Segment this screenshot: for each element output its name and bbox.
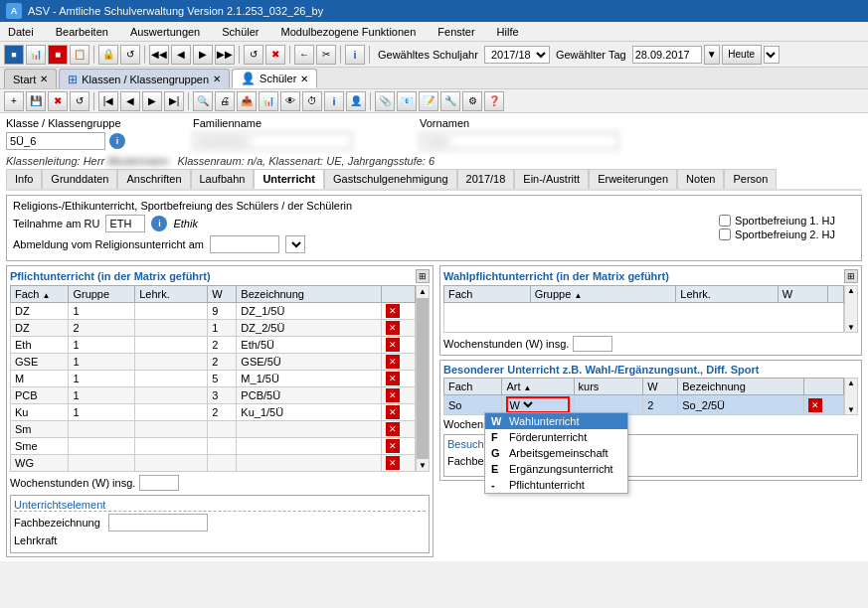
dropdown-item-e[interactable]: E Ergänzungsunterricht bbox=[485, 461, 627, 477]
sportbefreiung1-checkbox[interactable] bbox=[719, 215, 731, 227]
section-tab-info[interactable]: Info bbox=[6, 169, 42, 189]
bes-col-w[interactable]: W bbox=[643, 379, 678, 395]
pflicht-del-btn-7[interactable]: ✕ bbox=[386, 422, 400, 436]
wahlp-wstd-input[interactable]: 0 bbox=[573, 336, 612, 352]
pflicht-del-btn-2[interactable]: ✕ bbox=[386, 338, 400, 352]
tb2-next[interactable]: ▶ bbox=[142, 91, 162, 111]
pflicht-row-7[interactable]: Sm✕ bbox=[11, 421, 416, 438]
tab-klassen[interactable]: ⊞ Klassen / Klassengruppen ✕ bbox=[59, 69, 230, 88]
art-dropdown-trigger[interactable]: W W F G E - bbox=[506, 396, 569, 413]
pflicht-col-gruppe[interactable]: Gruppe bbox=[69, 286, 135, 303]
tb2-print[interactable]: 🖨 bbox=[215, 91, 235, 111]
pflicht-col-fach[interactable]: Fach ▲ bbox=[11, 286, 69, 303]
wahlp-col-fach[interactable]: Fach bbox=[444, 286, 531, 303]
section-tab-gastschul[interactable]: Gastschulgenehmigung bbox=[324, 169, 457, 189]
tb2-export[interactable]: 📤 bbox=[237, 91, 257, 111]
wahlpflicht-add-btn[interactable]: ⊞ bbox=[844, 269, 858, 283]
tb2-info[interactable]: i bbox=[324, 91, 344, 111]
toolbar-icon-11[interactable]: ↺ bbox=[244, 45, 263, 65]
abmeldung-input[interactable] bbox=[210, 235, 279, 253]
pflicht-row-9[interactable]: WG✕ bbox=[11, 455, 416, 472]
toolbar-icon-3[interactable]: ■ bbox=[48, 45, 68, 65]
pflicht-row-3[interactable]: GSE12GSE/5Ü✕ bbox=[11, 354, 416, 371]
scroll-up[interactable]: ▲ bbox=[418, 286, 428, 297]
pflicht-row-4[interactable]: M15M_1/5Ü✕ bbox=[11, 371, 416, 387]
dropdown-item-g[interactable]: G Arbeitsgemeinschaft bbox=[485, 445, 627, 461]
section-tab-unterricht[interactable]: Unterricht bbox=[254, 169, 324, 189]
toolbar-icon-4[interactable]: 📋 bbox=[70, 45, 89, 65]
tab-schueler[interactable]: 👤 Schüler ✕ bbox=[232, 69, 317, 88]
section-tab-noten[interactable]: Noten bbox=[677, 169, 724, 189]
heute-select[interactable] bbox=[764, 46, 780, 64]
tb2-eye[interactable]: 👁 bbox=[280, 91, 300, 111]
pflicht-del-btn-6[interactable]: ✕ bbox=[386, 405, 400, 419]
dropdown-item-f[interactable]: F Förderunterricht bbox=[485, 429, 627, 445]
section-tab-einaustritt[interactable]: Ein-/Austritt bbox=[514, 169, 589, 189]
vornamen-input[interactable] bbox=[420, 132, 618, 150]
tb2-misc2[interactable]: 📧 bbox=[397, 91, 417, 111]
tag-input[interactable] bbox=[632, 46, 702, 64]
bes-scrollbar[interactable]: ▲ ▼ bbox=[844, 378, 858, 415]
tab-klassen-close[interactable]: ✕ bbox=[213, 74, 221, 84]
menu-datei[interactable]: Datei bbox=[4, 24, 38, 40]
toolbar-icon-15[interactable]: i bbox=[345, 45, 365, 65]
dropdown-item-pflicht[interactable]: - Pflichtunterricht bbox=[485, 477, 627, 493]
abmeldung-select[interactable] bbox=[285, 235, 305, 253]
pflicht-del-btn-3[interactable]: ✕ bbox=[386, 355, 400, 369]
toolbar-icon-13[interactable]: ← bbox=[294, 45, 314, 65]
tab-schueler-close[interactable]: ✕ bbox=[300, 74, 308, 84]
scroll-down[interactable]: ▼ bbox=[418, 460, 428, 471]
tb2-chart[interactable]: 📊 bbox=[259, 91, 278, 111]
klasse-info-btn[interactable]: i bbox=[109, 133, 125, 149]
tb2-new[interactable]: + bbox=[4, 91, 24, 111]
bes-scroll-down[interactable]: ▼ bbox=[847, 405, 855, 414]
pflicht-del-btn-1[interactable]: ✕ bbox=[386, 321, 400, 335]
toolbar-icon-8[interactable]: ◀ bbox=[171, 45, 191, 65]
pflicht-col-bez[interactable]: Bezeichnung bbox=[237, 286, 382, 303]
section-tab-2017[interactable]: 2017/18 bbox=[457, 169, 515, 189]
tb2-refresh[interactable]: ↺ bbox=[70, 91, 89, 111]
teilnahme-input[interactable] bbox=[105, 215, 145, 232]
teilnahme-info-btn[interactable]: i bbox=[151, 216, 167, 231]
wahlp-scroll-up[interactable]: ▲ bbox=[847, 286, 855, 295]
toolbar-icon-6[interactable]: ↺ bbox=[120, 45, 140, 65]
pflicht-row-6[interactable]: Ku12Ku_1/5Ü✕ bbox=[11, 404, 416, 421]
toolbar-icon-1[interactable]: ■ bbox=[4, 45, 24, 65]
pflicht-add-btn[interactable]: ⊞ bbox=[416, 269, 430, 283]
tb2-first[interactable]: |◀ bbox=[98, 91, 118, 111]
tb2-misc3[interactable]: 📝 bbox=[419, 91, 438, 111]
menu-schueler[interactable]: Schüler bbox=[218, 24, 262, 40]
toolbar-icon-10[interactable]: ▶▶ bbox=[215, 45, 235, 65]
bes-scroll-up[interactable]: ▲ bbox=[847, 379, 855, 387]
section-tab-erweiterungen[interactable]: Erweiterungen bbox=[589, 169, 677, 189]
bes-del-btn[interactable]: ✕ bbox=[808, 398, 822, 412]
pflicht-row-0[interactable]: DZ19DZ_1/5Ü✕ bbox=[11, 303, 416, 320]
wahlp-col-gruppe[interactable]: Gruppe ▲ bbox=[530, 286, 676, 303]
section-tab-laufbahn[interactable]: Laufbahn bbox=[191, 169, 255, 189]
tb2-save[interactable]: 💾 bbox=[26, 91, 46, 111]
fachbezeichnung-input[interactable] bbox=[108, 514, 208, 532]
pflicht-del-btn-0[interactable]: ✕ bbox=[386, 304, 400, 318]
pflicht-wstd-input[interactable]: 24 bbox=[139, 475, 179, 491]
pflicht-row-8[interactable]: Sme✕ bbox=[11, 438, 416, 455]
familienname-input[interactable] bbox=[193, 132, 352, 150]
dropdown-item-w[interactable]: W Wahlunterricht bbox=[485, 413, 627, 429]
tb2-person[interactable]: 👤 bbox=[346, 91, 366, 111]
pflicht-col-w[interactable]: W bbox=[208, 286, 237, 303]
toolbar-icon-12[interactable]: ✖ bbox=[265, 45, 285, 65]
menu-bearbeiten[interactable]: Bearbeiten bbox=[52, 24, 112, 40]
tag-calendar-btn[interactable]: ▼ bbox=[704, 45, 720, 65]
scroll-thumb[interactable] bbox=[417, 298, 429, 459]
wahlp-col-w[interactable]: W bbox=[778, 286, 827, 303]
toolbar-icon-14[interactable]: ✂ bbox=[316, 45, 336, 65]
bes-col-fach[interactable]: Fach bbox=[444, 379, 502, 395]
tb2-misc1[interactable]: 📎 bbox=[375, 91, 395, 111]
tab-start[interactable]: Start ✕ bbox=[4, 69, 57, 88]
pflicht-del-btn-5[interactable]: ✕ bbox=[386, 388, 400, 402]
art-select[interactable]: W F G E - bbox=[520, 398, 536, 411]
menu-modulbezogene[interactable]: Modulbezogene Funktionen bbox=[277, 24, 421, 40]
menu-fenster[interactable]: Fenster bbox=[434, 24, 478, 40]
pflicht-del-btn-9[interactable]: ✕ bbox=[386, 456, 400, 470]
klasse-input[interactable] bbox=[6, 132, 105, 150]
bes-col-kurs[interactable]: kurs bbox=[574, 379, 643, 395]
